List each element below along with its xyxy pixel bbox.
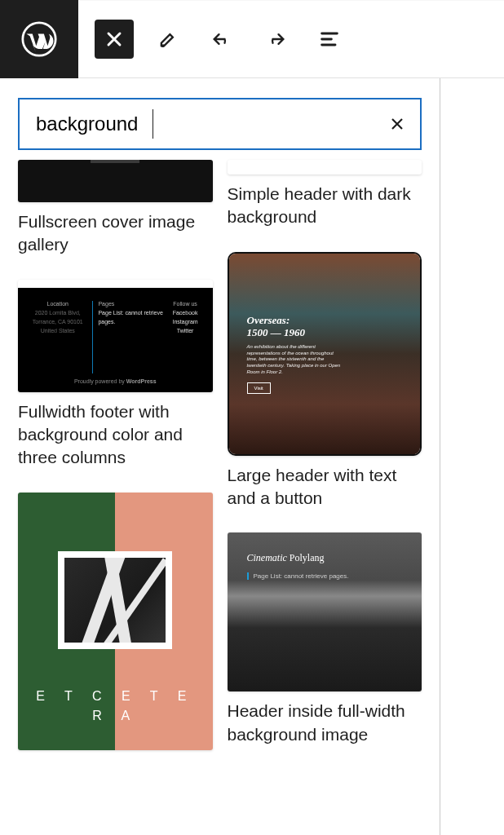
pattern-fullwidth-footer[interactable]: Location 2020 Lomita Blvd, Torrance, CA …	[18, 280, 213, 392]
close-icon	[387, 114, 407, 134]
undo-button[interactable]	[202, 20, 241, 59]
footer-col-item: Page List: cannot retrieve	[98, 310, 162, 316]
search-input[interactable]	[18, 98, 422, 150]
edit-button[interactable]	[148, 20, 188, 59]
outline-icon	[318, 28, 341, 51]
pattern-etcetera[interactable]: E T C E T E R A	[18, 493, 213, 750]
footer-col-item: Instagram	[173, 319, 198, 325]
footer-col-item: Facebook	[173, 310, 198, 316]
close-inserter-button[interactable]	[95, 20, 134, 59]
clear-search-button[interactable]	[381, 108, 413, 140]
footer-col-item: United States	[41, 328, 75, 334]
pattern-label: Fullscreen cover image gallery	[18, 210, 213, 257]
toolbar	[78, 20, 349, 59]
text-cursor	[153, 109, 153, 139]
undo-icon	[210, 28, 233, 51]
pattern-label: Fullwidth footer with background color a…	[18, 400, 213, 470]
editor-topbar	[0, 0, 504, 78]
large-header-button: Visit	[247, 382, 271, 394]
pattern-header-fullwidth-bg[interactable]: Cinematic Polylang Page List: cannot ret…	[228, 532, 422, 691]
footer-col-item: pages.	[98, 319, 115, 325]
footer-col-title: Follow us	[173, 301, 197, 307]
footer-col-title: Pages	[98, 301, 114, 307]
wordpress-icon	[21, 21, 57, 57]
results-column-right: Simple header with dark background Overs…	[228, 160, 422, 761]
pattern-results: Fullscreen cover image gallery Location …	[18, 160, 422, 761]
search-container	[18, 98, 422, 150]
footer-powered: Proudly powered by WordPress	[28, 378, 203, 384]
footer-col-title: Location	[47, 301, 69, 307]
pattern-label: Header inside full-width background imag…	[228, 700, 422, 746]
pattern-label: Large header with text and a button	[228, 464, 422, 510]
pattern-large-header[interactable]: Overseas: 1500 — 1960 An exhibition abou…	[228, 252, 422, 456]
results-column-left: Fullscreen cover image gallery Location …	[18, 160, 213, 761]
footer-col-item: 2020 Lomita Blvd,	[35, 310, 81, 316]
etc-title: E T C E T E R A	[18, 687, 213, 726]
redo-icon	[264, 28, 287, 51]
pencil-icon	[157, 28, 179, 51]
close-icon	[103, 28, 126, 51]
document-outline-button[interactable]	[310, 20, 349, 59]
large-header-title: Overseas: 1500 — 1960	[247, 314, 345, 339]
footer-col-item: Torrance, CA 90101	[33, 319, 83, 325]
pattern-label: Simple header with dark background	[228, 183, 422, 229]
header-brand: Cinematic Polylang	[247, 552, 403, 564]
large-header-description: An exhibition about the different repres…	[247, 344, 345, 376]
footer-col-item: Twitter	[177, 328, 194, 334]
pattern-simple-header[interactable]	[228, 160, 422, 175]
wordpress-logo[interactable]	[0, 0, 78, 78]
header-nav-text: Page List: cannot retrieve pages.	[247, 572, 403, 580]
pattern-fullscreen-cover[interactable]	[18, 160, 213, 202]
inserter-panel: Fullscreen cover image gallery Location …	[0, 78, 440, 835]
redo-button[interactable]	[256, 20, 295, 59]
